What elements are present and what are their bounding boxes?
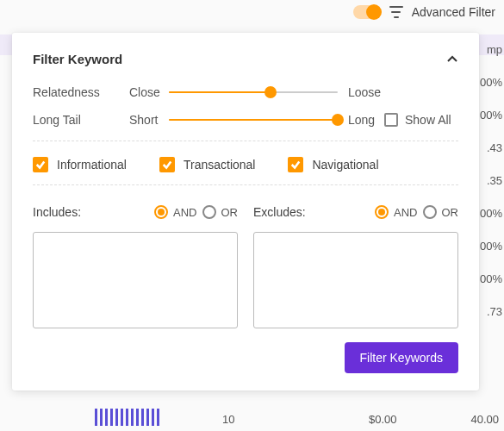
relatedness-row: Relatedness Close Loose [33, 85, 458, 99]
relatedness-min-label: Close [129, 85, 169, 99]
intent-label: Informational [57, 158, 127, 172]
excludes-and-radio[interactable] [375, 205, 389, 219]
collapse-chevron-up-icon[interactable] [446, 53, 458, 66]
longtail-row: Long Tail Short Long Show All [33, 113, 458, 127]
filter-icon[interactable] [389, 6, 403, 18]
includes-and-label: AND [173, 206, 196, 219]
excludes-label: Excludes: [253, 205, 306, 219]
checkbox-checked-icon [33, 157, 48, 172]
topbar: Advanced Filter [353, 5, 495, 19]
bg-val: 00% [480, 240, 502, 253]
divider [33, 184, 458, 185]
checkbox-checked-icon [288, 157, 303, 172]
excludes-or-label: OR [442, 206, 459, 219]
checkbox-checked-icon [159, 157, 175, 172]
intent-informational[interactable]: Informational [33, 157, 127, 172]
bg-val: .35 [480, 174, 502, 187]
intent-row: Informational Transactional Navigational [33, 157, 458, 172]
background-bar-chart [95, 409, 159, 426]
bg-axis-value: 40.00 [470, 413, 499, 426]
advanced-filter-toggle[interactable] [353, 5, 381, 19]
divider [33, 141, 458, 141]
excludes-and-label: AND [394, 206, 417, 219]
includes-label: Includes: [33, 205, 81, 219]
longtail-min-label: Short [129, 113, 169, 127]
bg-axis-value: $0.00 [369, 413, 397, 426]
includes-or-label: OR [221, 206, 239, 219]
intent-label: Transactional [184, 158, 256, 172]
bg-axis-value: 10 [222, 413, 234, 426]
show-all-label: Show All [405, 113, 451, 127]
intent-label: Navigational [312, 158, 378, 172]
includes-input[interactable] [33, 232, 238, 328]
include-exclude-row: Includes: AND OR Excludes: AND OR [33, 201, 458, 328]
intent-navigational[interactable]: Navigational [288, 157, 378, 172]
bg-val: mp [480, 43, 502, 56]
panel-title: Filter Keyword [33, 52, 122, 66]
excludes-input[interactable] [253, 232, 458, 328]
advanced-filter-label: Advanced Filter [412, 5, 495, 19]
bg-val: .73 [480, 305, 502, 318]
show-all-checkbox[interactable] [384, 113, 398, 127]
relatedness-max-label: Loose [338, 85, 384, 99]
longtail-label: Long Tail [33, 113, 129, 127]
background-right-column: mp 00% 00% .43 .35 00% 00% 00% .73 [480, 43, 502, 338]
excludes-or-radio[interactable] [423, 205, 437, 219]
longtail-slider[interactable] [169, 114, 338, 126]
longtail-max-label: Long [338, 113, 384, 127]
bg-val: 00% [480, 272, 502, 285]
filter-keyword-panel: Filter Keyword Relatedness Close Loose L… [12, 33, 479, 390]
relatedness-label: Relatedness [33, 85, 129, 99]
bg-val: 00% [480, 207, 502, 220]
includes-column: Includes: AND OR [33, 201, 238, 328]
bg-val: 00% [480, 76, 502, 89]
bg-val: 00% [480, 109, 502, 122]
relatedness-slider[interactable] [169, 86, 338, 98]
includes-or-radio[interactable] [202, 205, 216, 219]
intent-transactional[interactable]: Transactional [159, 157, 256, 172]
excludes-column: Excludes: AND OR [253, 201, 458, 328]
includes-and-radio[interactable] [154, 205, 168, 219]
filter-keywords-button[interactable]: Filter Keywords [345, 342, 458, 373]
bg-val: .43 [480, 141, 502, 154]
